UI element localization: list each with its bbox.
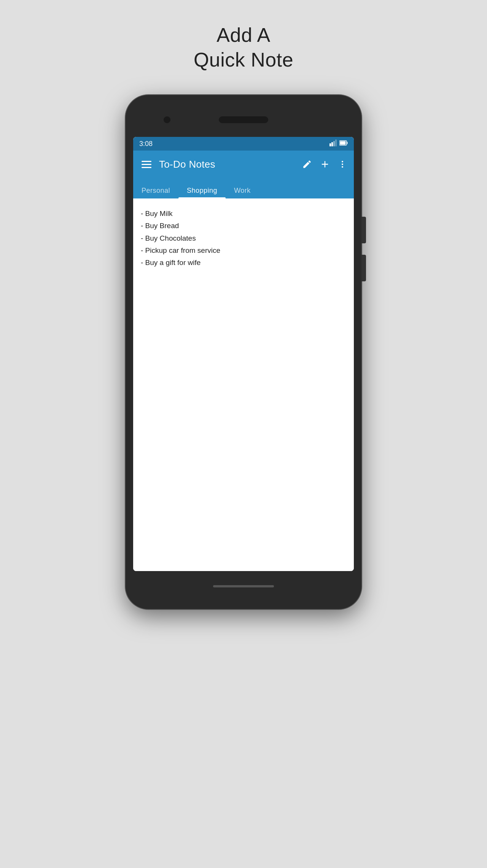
front-camera (164, 116, 170, 123)
svg-rect-1 (331, 142, 333, 146)
volume-up-button[interactable] (361, 217, 366, 243)
svg-point-8 (342, 163, 343, 165)
svg-rect-3 (335, 140, 337, 146)
svg-point-7 (342, 161, 343, 162)
battery-icon (339, 140, 348, 147)
add-button[interactable] (320, 159, 330, 170)
signal-icon (329, 140, 337, 148)
tabs-bar: Personal Shopping Work (133, 178, 354, 198)
svg-rect-2 (333, 141, 335, 146)
status-time: 3:08 (139, 140, 153, 148)
toolbar-actions (302, 159, 347, 170)
svg-rect-5 (340, 141, 346, 145)
phone-screen: 3:08 (133, 137, 354, 571)
status-icons (329, 140, 348, 148)
tab-personal[interactable]: Personal (133, 187, 178, 198)
svg-rect-6 (347, 142, 348, 144)
top-bezel (133, 103, 354, 137)
note-item-5: - Buy a gift for wife (141, 257, 346, 269)
toolbar: To-Do Notes (133, 151, 354, 178)
note-item-2: - Buy Bread (141, 220, 346, 232)
svg-rect-0 (329, 143, 331, 146)
tab-work[interactable]: Work (226, 187, 259, 198)
tab-shopping[interactable]: Shopping (178, 187, 226, 198)
page-heading: Add A Quick Note (194, 23, 293, 72)
menu-button[interactable] (140, 159, 153, 170)
note-content: - Buy Milk - Buy Bread - Buy Chocolates … (133, 198, 354, 571)
note-item-3: - Buy Chocolates (141, 232, 346, 244)
phone-shell: 3:08 (126, 95, 361, 609)
note-item-1: - Buy Milk (141, 208, 346, 220)
home-indicator[interactable] (213, 585, 274, 587)
edit-button[interactable] (302, 159, 312, 169)
svg-point-9 (342, 166, 343, 168)
volume-down-button[interactable] (361, 255, 366, 281)
note-item-4: - Pickup car from service (141, 244, 346, 257)
speaker (219, 116, 268, 123)
bottom-bezel (133, 571, 354, 601)
more-options-button[interactable] (338, 160, 347, 169)
status-bar: 3:08 (133, 137, 354, 151)
app-title: To-Do Notes (159, 159, 296, 170)
